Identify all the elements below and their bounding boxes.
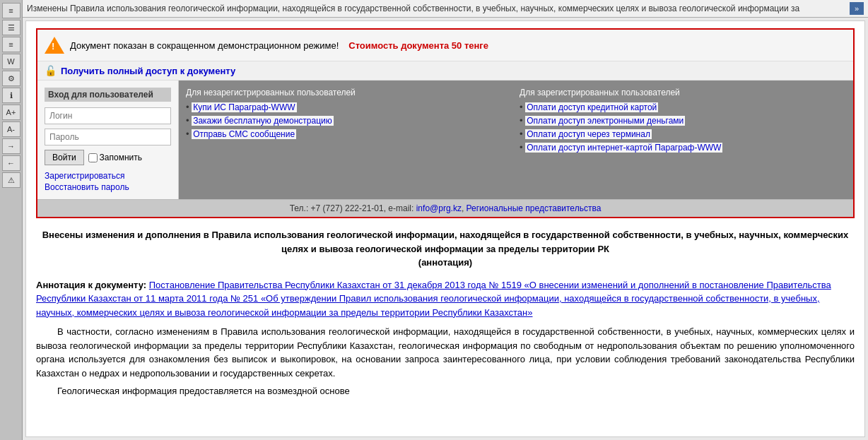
warning-text: Документ показан в сокращенном демонстра… xyxy=(70,40,339,51)
credit-card-link[interactable]: Оплати доступ кредитной картой xyxy=(525,102,658,112)
unregistered-title: Для незарегистрированных пользователей xyxy=(186,88,512,97)
register-section: Для незарегистрированных пользователей К… xyxy=(179,81,853,199)
login-title: Вход для пользователей xyxy=(45,88,171,102)
terminal-link[interactable]: Оплати доступ через терминал xyxy=(525,129,652,139)
sidebar-btn-font-increase[interactable]: A+ xyxy=(2,105,20,120)
warning-icon xyxy=(45,35,64,55)
register-cols: Для незарегистрированных пользователей К… xyxy=(186,88,846,155)
warning-triangle-icon xyxy=(45,37,64,54)
paragraph-2: Геологическая информация предоставляется… xyxy=(36,384,855,398)
phone-text: Тел.: +7 (727) 222-21-01, e-mail: xyxy=(290,203,414,213)
annotation-label: Аннотация к документу: Постановление Пра… xyxy=(36,278,855,320)
registered-title: Для зарегистрированных пользователей xyxy=(520,88,846,97)
access-body: Вход для пользователей Войти Запомнить З… xyxy=(37,81,853,199)
warning-price: Стоимость документа 50 тенге xyxy=(348,40,488,51)
regions-link[interactable]: Региональные представительства xyxy=(467,203,602,213)
sidebar-btn-gear[interactable]: ⚙ xyxy=(2,71,20,86)
sidebar-btn-2[interactable]: ☰ xyxy=(2,20,20,35)
unregistered-col: Для незарегистрированных пользователей К… xyxy=(186,88,512,155)
remember-label: Запомнить xyxy=(88,153,142,162)
registered-links: Оплати доступ кредитной картой Оплати до… xyxy=(520,102,846,153)
login-section: Вход для пользователей Войти Запомнить З… xyxy=(37,81,179,199)
list-item: Закажи бесплатную демонстрацию xyxy=(186,115,512,126)
register-link[interactable]: Зарегистрироваться xyxy=(45,171,171,181)
sidebar-btn-word[interactable]: W xyxy=(2,54,20,69)
left-sidebar: ≡ ☰ ≡ W ⚙ ℹ A+ A- → ← ⚠ xyxy=(0,0,23,440)
sidebar-btn-next[interactable]: → xyxy=(2,138,20,154)
paragraph-1: В частности, согласно изменениям в Прави… xyxy=(36,325,855,380)
full-access-bar: 🔓 Получить полный доступ к документу xyxy=(37,61,853,81)
list-item: Отправь СМС сообщение xyxy=(186,129,512,139)
login-button[interactable]: Войти xyxy=(45,150,84,165)
registered-col: Для зарегистрированных пользователей Опл… xyxy=(520,88,846,155)
document-title: Внесены изменения и дополнения в Правила… xyxy=(36,228,855,270)
main-area: Изменены Правила использования геологиче… xyxy=(23,0,868,440)
unregistered-links: Купи ИС Параграф-WWW Закажи бесплатную д… xyxy=(186,102,512,139)
top-bar-text: Изменены Правила использования геологиче… xyxy=(27,4,799,13)
top-bar-arrow[interactable]: » xyxy=(850,2,864,15)
login-links: Зарегистрироваться Восстановить пароль xyxy=(45,171,171,192)
list-item: Купи ИС Параграф-WWW xyxy=(186,102,512,112)
demo-link[interactable]: Закажи бесплатную демонстрацию xyxy=(192,116,334,126)
login-row: Войти Запомнить xyxy=(45,150,171,165)
access-box: Документ показан в сокращенном демонстра… xyxy=(36,28,855,218)
sidebar-btn-font-decrease[interactable]: A- xyxy=(2,121,20,137)
list-item: Оплати доступ электронными деньгами xyxy=(520,115,846,126)
full-access-link[interactable]: Получить полный доступ к документу xyxy=(61,66,235,76)
decree-link[interactable]: Постановление Правительства Республики К… xyxy=(36,280,831,318)
access-warning-bar: Документ показан в сокращенном демонстра… xyxy=(37,30,853,61)
buy-link[interactable]: Купи ИС Параграф-WWW xyxy=(192,102,296,112)
sidebar-btn-prev[interactable]: ← xyxy=(2,155,20,171)
restore-password-link[interactable]: Восстановить пароль xyxy=(45,182,171,192)
sms-link[interactable]: Отправь СМС сообщение xyxy=(192,129,296,139)
phone-bar: Тел.: +7 (727) 222-21-01, e-mail: info@p… xyxy=(37,199,853,217)
list-item: Оплати доступ кредитной картой xyxy=(520,102,846,112)
document-content: Внесены изменения и дополнения в Правила… xyxy=(36,228,855,398)
top-bar: Изменены Правила использования геологиче… xyxy=(23,0,868,18)
list-item: Оплати доступ через терминал xyxy=(520,129,846,139)
password-input[interactable] xyxy=(45,129,171,145)
sidebar-btn-1[interactable]: ≡ xyxy=(2,3,20,18)
lock-icon: 🔓 xyxy=(45,65,57,76)
sidebar-btn-info[interactable]: ℹ xyxy=(2,88,20,103)
document-area[interactable]: Документ показан в сокращенном демонстра… xyxy=(25,20,865,437)
sidebar-btn-3[interactable]: ≡ xyxy=(2,37,20,52)
emoney-link[interactable]: Оплати доступ электронными деньгами xyxy=(525,116,685,126)
email-link[interactable]: info@prg.kz xyxy=(416,203,462,213)
list-item: Оплати доступ интернет-картой Параграф-W… xyxy=(520,142,846,153)
remember-checkbox[interactable] xyxy=(88,153,98,162)
internet-card-link[interactable]: Оплати доступ интернет-картой Параграф-W… xyxy=(525,143,722,153)
sidebar-btn-warning[interactable]: ⚠ xyxy=(2,172,20,188)
login-input[interactable] xyxy=(45,107,171,124)
